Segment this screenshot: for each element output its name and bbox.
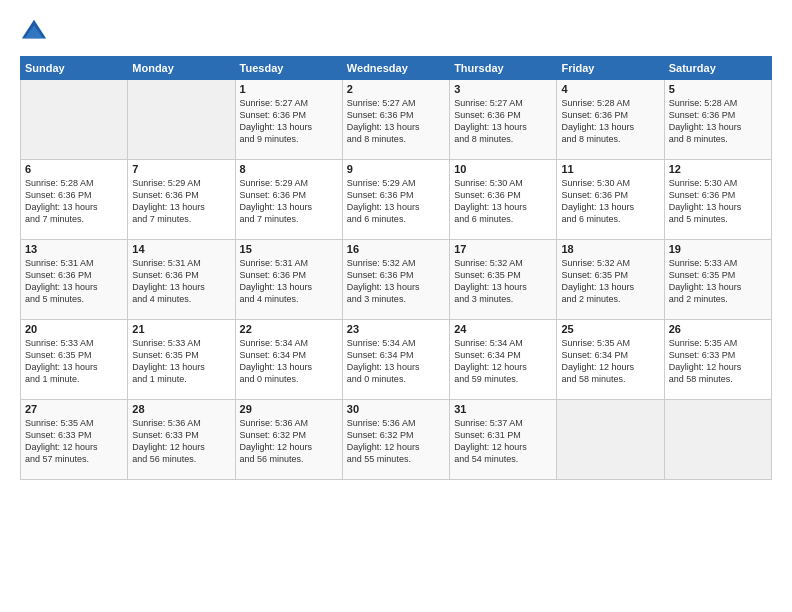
calendar-cell: 1Sunrise: 5:27 AM Sunset: 6:36 PM Daylig…	[235, 80, 342, 160]
calendar-cell: 2Sunrise: 5:27 AM Sunset: 6:36 PM Daylig…	[342, 80, 449, 160]
day-detail: Sunrise: 5:32 AM Sunset: 6:35 PM Dayligh…	[454, 257, 552, 306]
weekday-header-row: SundayMondayTuesdayWednesdayThursdayFrid…	[21, 57, 772, 80]
week-row-4: 20Sunrise: 5:33 AM Sunset: 6:35 PM Dayli…	[21, 320, 772, 400]
calendar-cell: 28Sunrise: 5:36 AM Sunset: 6:33 PM Dayli…	[128, 400, 235, 480]
calendar-cell: 25Sunrise: 5:35 AM Sunset: 6:34 PM Dayli…	[557, 320, 664, 400]
calendar-cell: 13Sunrise: 5:31 AM Sunset: 6:36 PM Dayli…	[21, 240, 128, 320]
day-detail: Sunrise: 5:29 AM Sunset: 6:36 PM Dayligh…	[132, 177, 230, 226]
calendar-cell: 15Sunrise: 5:31 AM Sunset: 6:36 PM Dayli…	[235, 240, 342, 320]
day-detail: Sunrise: 5:37 AM Sunset: 6:31 PM Dayligh…	[454, 417, 552, 466]
day-number: 27	[25, 403, 123, 415]
calendar-table: SundayMondayTuesdayWednesdayThursdayFrid…	[20, 56, 772, 480]
week-row-3: 13Sunrise: 5:31 AM Sunset: 6:36 PM Dayli…	[21, 240, 772, 320]
calendar-cell: 3Sunrise: 5:27 AM Sunset: 6:36 PM Daylig…	[450, 80, 557, 160]
calendar-cell: 8Sunrise: 5:29 AM Sunset: 6:36 PM Daylig…	[235, 160, 342, 240]
calendar-cell: 26Sunrise: 5:35 AM Sunset: 6:33 PM Dayli…	[664, 320, 771, 400]
day-detail: Sunrise: 5:31 AM Sunset: 6:36 PM Dayligh…	[240, 257, 338, 306]
calendar-cell: 22Sunrise: 5:34 AM Sunset: 6:34 PM Dayli…	[235, 320, 342, 400]
day-detail: Sunrise: 5:36 AM Sunset: 6:32 PM Dayligh…	[347, 417, 445, 466]
calendar-cell	[21, 80, 128, 160]
day-detail: Sunrise: 5:34 AM Sunset: 6:34 PM Dayligh…	[240, 337, 338, 386]
day-number: 5	[669, 83, 767, 95]
day-number: 15	[240, 243, 338, 255]
day-detail: Sunrise: 5:35 AM Sunset: 6:33 PM Dayligh…	[25, 417, 123, 466]
calendar-cell: 7Sunrise: 5:29 AM Sunset: 6:36 PM Daylig…	[128, 160, 235, 240]
calendar-cell: 30Sunrise: 5:36 AM Sunset: 6:32 PM Dayli…	[342, 400, 449, 480]
calendar-cell: 10Sunrise: 5:30 AM Sunset: 6:36 PM Dayli…	[450, 160, 557, 240]
day-detail: Sunrise: 5:32 AM Sunset: 6:35 PM Dayligh…	[561, 257, 659, 306]
calendar-cell: 12Sunrise: 5:30 AM Sunset: 6:36 PM Dayli…	[664, 160, 771, 240]
day-detail: Sunrise: 5:28 AM Sunset: 6:36 PM Dayligh…	[561, 97, 659, 146]
day-detail: Sunrise: 5:28 AM Sunset: 6:36 PM Dayligh…	[25, 177, 123, 226]
weekday-header-friday: Friday	[557, 57, 664, 80]
day-number: 17	[454, 243, 552, 255]
calendar-cell: 20Sunrise: 5:33 AM Sunset: 6:35 PM Dayli…	[21, 320, 128, 400]
day-number: 29	[240, 403, 338, 415]
week-row-1: 1Sunrise: 5:27 AM Sunset: 6:36 PM Daylig…	[21, 80, 772, 160]
calendar-cell: 21Sunrise: 5:33 AM Sunset: 6:35 PM Dayli…	[128, 320, 235, 400]
day-detail: Sunrise: 5:33 AM Sunset: 6:35 PM Dayligh…	[25, 337, 123, 386]
day-detail: Sunrise: 5:36 AM Sunset: 6:32 PM Dayligh…	[240, 417, 338, 466]
calendar-cell: 24Sunrise: 5:34 AM Sunset: 6:34 PM Dayli…	[450, 320, 557, 400]
day-detail: Sunrise: 5:34 AM Sunset: 6:34 PM Dayligh…	[454, 337, 552, 386]
day-detail: Sunrise: 5:30 AM Sunset: 6:36 PM Dayligh…	[561, 177, 659, 226]
week-row-2: 6Sunrise: 5:28 AM Sunset: 6:36 PM Daylig…	[21, 160, 772, 240]
calendar-cell: 5Sunrise: 5:28 AM Sunset: 6:36 PM Daylig…	[664, 80, 771, 160]
weekday-header-monday: Monday	[128, 57, 235, 80]
day-number: 3	[454, 83, 552, 95]
day-detail: Sunrise: 5:31 AM Sunset: 6:36 PM Dayligh…	[132, 257, 230, 306]
calendar-cell: 16Sunrise: 5:32 AM Sunset: 6:36 PM Dayli…	[342, 240, 449, 320]
logo-icon	[20, 18, 48, 46]
calendar-cell: 19Sunrise: 5:33 AM Sunset: 6:35 PM Dayli…	[664, 240, 771, 320]
day-number: 10	[454, 163, 552, 175]
weekday-header-wednesday: Wednesday	[342, 57, 449, 80]
day-number: 25	[561, 323, 659, 335]
day-detail: Sunrise: 5:30 AM Sunset: 6:36 PM Dayligh…	[669, 177, 767, 226]
calendar-cell	[557, 400, 664, 480]
day-number: 22	[240, 323, 338, 335]
day-detail: Sunrise: 5:29 AM Sunset: 6:36 PM Dayligh…	[240, 177, 338, 226]
weekday-header-sunday: Sunday	[21, 57, 128, 80]
day-detail: Sunrise: 5:31 AM Sunset: 6:36 PM Dayligh…	[25, 257, 123, 306]
day-number: 11	[561, 163, 659, 175]
calendar-page: SundayMondayTuesdayWednesdayThursdayFrid…	[0, 0, 792, 612]
weekday-header-saturday: Saturday	[664, 57, 771, 80]
day-number: 21	[132, 323, 230, 335]
calendar-cell: 29Sunrise: 5:36 AM Sunset: 6:32 PM Dayli…	[235, 400, 342, 480]
day-number: 20	[25, 323, 123, 335]
day-detail: Sunrise: 5:36 AM Sunset: 6:33 PM Dayligh…	[132, 417, 230, 466]
day-detail: Sunrise: 5:30 AM Sunset: 6:36 PM Dayligh…	[454, 177, 552, 226]
day-detail: Sunrise: 5:34 AM Sunset: 6:34 PM Dayligh…	[347, 337, 445, 386]
day-number: 28	[132, 403, 230, 415]
day-number: 2	[347, 83, 445, 95]
calendar-cell: 18Sunrise: 5:32 AM Sunset: 6:35 PM Dayli…	[557, 240, 664, 320]
calendar-cell: 9Sunrise: 5:29 AM Sunset: 6:36 PM Daylig…	[342, 160, 449, 240]
calendar-cell: 14Sunrise: 5:31 AM Sunset: 6:36 PM Dayli…	[128, 240, 235, 320]
day-detail: Sunrise: 5:28 AM Sunset: 6:36 PM Dayligh…	[669, 97, 767, 146]
day-detail: Sunrise: 5:29 AM Sunset: 6:36 PM Dayligh…	[347, 177, 445, 226]
day-number: 23	[347, 323, 445, 335]
day-detail: Sunrise: 5:27 AM Sunset: 6:36 PM Dayligh…	[347, 97, 445, 146]
day-number: 6	[25, 163, 123, 175]
day-number: 30	[347, 403, 445, 415]
day-number: 24	[454, 323, 552, 335]
day-detail: Sunrise: 5:33 AM Sunset: 6:35 PM Dayligh…	[669, 257, 767, 306]
day-number: 18	[561, 243, 659, 255]
day-detail: Sunrise: 5:35 AM Sunset: 6:34 PM Dayligh…	[561, 337, 659, 386]
day-number: 9	[347, 163, 445, 175]
calendar-cell: 27Sunrise: 5:35 AM Sunset: 6:33 PM Dayli…	[21, 400, 128, 480]
day-number: 31	[454, 403, 552, 415]
calendar-body: 1Sunrise: 5:27 AM Sunset: 6:36 PM Daylig…	[21, 80, 772, 480]
calendar-cell: 4Sunrise: 5:28 AM Sunset: 6:36 PM Daylig…	[557, 80, 664, 160]
day-detail: Sunrise: 5:33 AM Sunset: 6:35 PM Dayligh…	[132, 337, 230, 386]
header	[20, 18, 772, 46]
day-number: 16	[347, 243, 445, 255]
weekday-header-thursday: Thursday	[450, 57, 557, 80]
day-number: 7	[132, 163, 230, 175]
weekday-header-tuesday: Tuesday	[235, 57, 342, 80]
day-number: 26	[669, 323, 767, 335]
logo	[20, 18, 52, 46]
calendar-cell: 17Sunrise: 5:32 AM Sunset: 6:35 PM Dayli…	[450, 240, 557, 320]
week-row-5: 27Sunrise: 5:35 AM Sunset: 6:33 PM Dayli…	[21, 400, 772, 480]
day-detail: Sunrise: 5:27 AM Sunset: 6:36 PM Dayligh…	[454, 97, 552, 146]
